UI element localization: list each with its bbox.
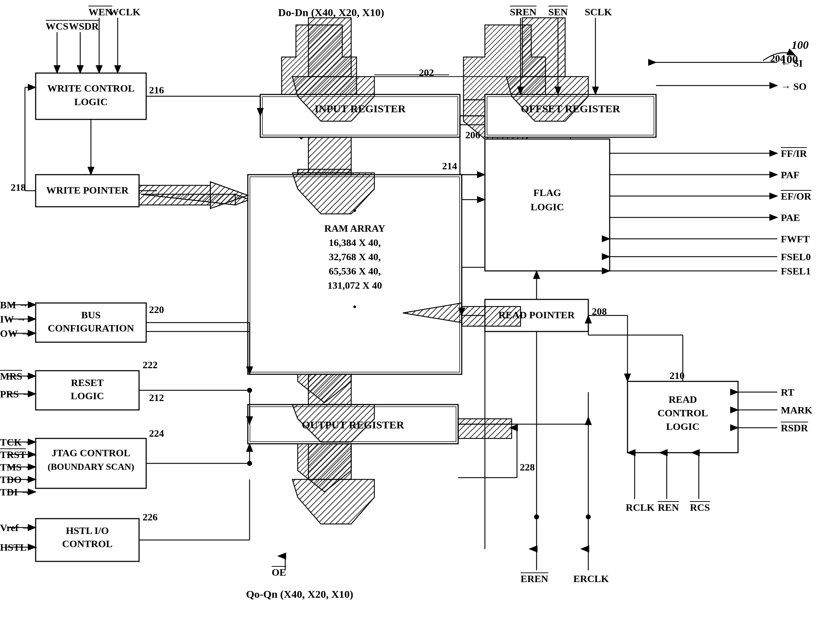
label-ow: OW →: [0, 328, 30, 339]
diagram-container: INPUT REGISTER OFFSET REGISTER WRITE CON…: [0, 0, 840, 617]
label-ref-222: 222: [143, 359, 158, 371]
label-ref-218: 218: [11, 182, 26, 193]
label-ff-ir: FF/IR: [781, 148, 807, 159]
svg-text:RAM ARRAY: RAM ARRAY: [325, 223, 385, 234]
label-ef-or: EF/OR: [781, 191, 812, 202]
label-do-dn: Do-Dn (X40, X20, X10): [278, 6, 384, 19]
label-tdo: TDO →: [0, 474, 34, 486]
svg-rect-66: [309, 374, 351, 404]
label-erclk: ERCLK: [573, 573, 609, 585]
svg-text:RESET: RESET: [71, 377, 104, 388]
svg-text:FLAG: FLAG: [533, 187, 561, 198]
label-ref-224: 224: [149, 428, 164, 439]
svg-marker-69: [292, 480, 374, 524]
svg-text:CONTROL: CONTROL: [62, 538, 113, 549]
label-wsdr: WSDR: [69, 21, 99, 32]
label-wclk: WCLK: [109, 6, 140, 18]
label-fsel0: FSEL0: [781, 251, 811, 263]
label-tms: TMS →: [0, 462, 34, 473]
label-sclk: SCLK: [585, 6, 612, 18]
label-ref-202: 202: [419, 67, 434, 78]
label-eren: EREN: [521, 573, 548, 585]
label-bm: BM →: [0, 300, 28, 311]
label-fwft: FWFT: [781, 233, 810, 245]
svg-text:WRITE CONTROL: WRITE CONTROL: [47, 83, 134, 94]
label-paf: PAF: [781, 169, 799, 181]
svg-point-117: [247, 461, 252, 466]
svg-text:READ: READ: [669, 394, 697, 405]
label-so: → SO: [781, 81, 806, 92]
svg-text:131,072 X 40: 131,072 X 40: [327, 280, 382, 291]
svg-rect-68: [309, 444, 351, 480]
label-vref: Vref →: [0, 522, 31, 534]
svg-rect-60: [309, 18, 351, 77]
svg-marker-71: [210, 182, 248, 208]
label-ref-208: 208: [592, 306, 607, 317]
svg-text:•: •: [353, 301, 357, 312]
svg-rect-64: [309, 137, 351, 173]
label-trst: TRST →: [0, 449, 38, 461]
svg-text:HSTL I/O: HSTL I/O: [66, 525, 109, 536]
label-sren: SREN: [510, 6, 537, 18]
svg-text:BUS: BUS: [81, 309, 100, 320]
svg-text:LOGIC: LOGIC: [666, 421, 699, 432]
label-ren: REN: [658, 502, 679, 513]
label-rcs: RCS: [690, 502, 710, 513]
svg-text:JTAG CONTROL: JTAG CONTROL: [51, 447, 130, 458]
label-mark: MARK: [781, 404, 812, 416]
label-tdi: TDI →: [0, 487, 30, 498]
svg-text:(BOUNDARY SCAN): (BOUNDARY SCAN): [48, 462, 134, 472]
label-prs: PRS →: [0, 388, 31, 400]
main-diagram: INPUT REGISTER OFFSET REGISTER WRITE CON…: [0, 0, 840, 617]
label-sen: SEN: [548, 6, 568, 18]
label-ref-216: 216: [149, 84, 164, 96]
svg-text:16,384 X 40,: 16,384 X 40,: [329, 237, 381, 248]
label-ref-206: 206: [465, 129, 480, 141]
svg-rect-62: [522, 18, 565, 77]
svg-text:CONFIGURATION: CONFIGURATION: [48, 323, 134, 334]
svg-rect-70: [139, 185, 210, 205]
svg-rect-72: [462, 307, 521, 326]
label-rt: RT: [781, 387, 794, 398]
label-pae: PAE: [781, 212, 800, 223]
label-ref-228: 228: [520, 462, 535, 473]
svg-text:LOGIC: LOGIC: [71, 390, 104, 401]
svg-point-149: [586, 514, 591, 520]
svg-text:WRITE POINTER: WRITE POINTER: [46, 185, 129, 196]
label-wcs: WCS: [46, 21, 68, 32]
svg-text:65,536 X 40,: 65,536 X 40,: [329, 266, 381, 277]
label-rclk: RCLK: [626, 502, 655, 513]
label-ref-226: 226: [143, 512, 158, 523]
label-oe: OE: [272, 567, 286, 578]
label-iw: IW →: [0, 314, 26, 325]
svg-text:CONTROL: CONTROL: [657, 407, 708, 418]
label-ref-210: 210: [670, 370, 685, 381]
svg-text:LOGIC: LOGIC: [74, 96, 107, 107]
label-tck: TCK →: [0, 437, 34, 448]
svg-point-109: [247, 388, 252, 393]
svg-text:LOGIC: LOGIC: [530, 201, 564, 213]
label-ref-214: 214: [442, 160, 457, 172]
label-hstl: HSTL →: [0, 542, 38, 553]
label-fsel1: FSEL1: [781, 266, 811, 277]
label-rsdr: RSDR: [781, 422, 808, 434]
label-ref-100-num: 100: [791, 38, 809, 52]
svg-point-147: [534, 514, 539, 520]
label-qo-qn: Qo-Qn (X40, X20, X10): [246, 588, 353, 600]
svg-text:32,768 X 40,: 32,768 X 40,: [329, 251, 381, 262]
label-ref-212: 212: [149, 392, 164, 403]
label-ref-220: 220: [149, 304, 164, 316]
label-mrs: MRS →: [0, 371, 35, 382]
